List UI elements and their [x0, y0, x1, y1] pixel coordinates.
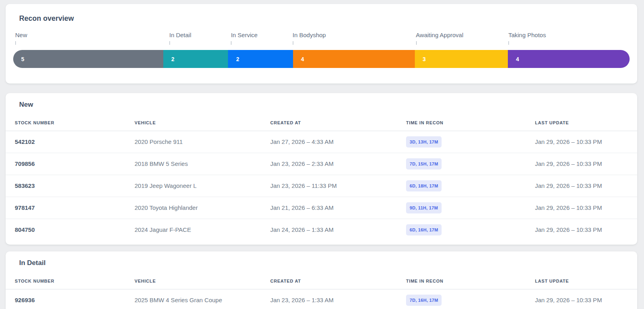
bar-segment-taking-photos[interactable]: 4	[508, 50, 630, 68]
table-row[interactable]: 542102 2020 Porsche 911 Jan 27, 2026 – 4…	[6, 131, 637, 153]
bar-segment-in-bodyshop[interactable]: 4	[293, 50, 415, 68]
stage-tick	[231, 41, 232, 45]
vehicle-cell: 2024 Jaguar F-PACE	[135, 219, 270, 241]
new-vehicles-table: STOCK NUMBER VEHICLE CREATED AT TIME IN …	[6, 117, 637, 241]
stage-label-group-new: New	[13, 31, 167, 45]
recon-overview-card: Recon overview New In Detail In Service …	[6, 4, 637, 84]
stage-label: Awaiting Approval	[416, 31, 507, 39]
column-header-created-at: CREATED AT	[270, 275, 406, 289]
stock-number-cell: 926936	[6, 289, 135, 309]
stage-label-group-in-bodyshop: In Bodyshop	[291, 31, 414, 45]
recon-pipeline-bar: 5 2 2 4 3 4	[13, 50, 630, 68]
bar-segment-in-service[interactable]: 2	[228, 50, 293, 68]
segment-count: 2	[171, 56, 174, 62]
last-update-cell: Jan 29, 2026 – 10:33 PM	[535, 153, 637, 175]
segment-count: 5	[21, 56, 24, 62]
stock-number-cell: 709856	[6, 153, 135, 175]
bar-segment-new[interactable]: 5	[13, 50, 163, 68]
created-at-cell: Jan 27, 2026 – 4:33 AM	[270, 131, 406, 153]
time-in-recon-badge: 9D, 11H, 17M	[406, 202, 442, 213]
created-at-cell: Jan 21, 2026 – 6:33 AM	[270, 197, 406, 219]
table-row[interactable]: 709856 2018 BMW 5 Series Jan 23, 2026 – …	[6, 153, 637, 175]
recon-dashboard-page: Recon overview New In Detail In Service …	[0, 4, 644, 309]
table-row[interactable]: 583623 2019 Jeep Wagoneer L Jan 23, 2026…	[6, 175, 637, 197]
created-at-cell: Jan 23, 2026 – 2:33 AM	[270, 153, 406, 175]
time-in-recon-cell: 6D, 16H, 17M	[406, 219, 535, 241]
vehicle-cell: 2020 Porsche 911	[135, 131, 270, 153]
stage-label: In Detail	[169, 31, 229, 39]
time-in-recon-cell: 9D, 11H, 17M	[406, 197, 535, 219]
column-header-time-in-recon: TIME IN RECON	[406, 275, 535, 289]
stage-label-group-taking-photos: Taking Photos	[506, 31, 630, 45]
stage-label-group-in-service: In Service	[229, 31, 290, 45]
segment-count: 2	[236, 56, 239, 62]
stock-number-cell: 583623	[6, 175, 135, 197]
stage-labels-row: New In Detail In Service In Bodyshop Awa…	[13, 31, 630, 45]
stage-label: New	[15, 31, 167, 39]
last-update-cell: Jan 29, 2026 – 10:33 PM	[535, 131, 637, 153]
time-in-recon-badge: 7D, 15H, 17M	[406, 158, 442, 169]
time-in-recon-badge: 6D, 18H, 17M	[406, 180, 442, 191]
in-detail-section-card: In Detail STOCK NUMBER VEHICLE CREATED A…	[6, 251, 637, 309]
bar-segment-awaiting-approval[interactable]: 3	[415, 50, 508, 68]
stage-tick	[416, 41, 417, 45]
table-header-row: STOCK NUMBER VEHICLE CREATED AT TIME IN …	[6, 117, 637, 131]
last-update-cell: Jan 29, 2026 – 10:33 PM	[535, 197, 637, 219]
table-header-row: STOCK NUMBER VEHICLE CREATED AT TIME IN …	[6, 275, 637, 289]
column-header-created-at: CREATED AT	[270, 117, 406, 131]
table-row[interactable]: 804750 2024 Jaguar F-PACE Jan 24, 2026 –…	[6, 219, 637, 241]
column-header-stock-number: STOCK NUMBER	[6, 275, 135, 289]
section-title: New	[6, 93, 637, 109]
last-update-cell: Jan 29, 2026 – 10:33 PM	[535, 219, 637, 241]
stage-label: In Bodyshop	[293, 31, 414, 39]
new-section-card: New STOCK NUMBER VEHICLE CREATED AT TIME…	[6, 93, 637, 245]
time-in-recon-badge: 3D, 13H, 17M	[406, 136, 442, 148]
column-header-vehicle: VEHICLE	[135, 117, 270, 131]
column-header-last-update: LAST UPDATE	[535, 117, 637, 131]
last-update-cell: Jan 29, 2026 – 10:33 PM	[535, 289, 637, 309]
time-in-recon-badge: 7D, 16H, 17M	[406, 295, 442, 306]
created-at-cell: Jan 24, 2026 – 1:33 AM	[270, 219, 406, 241]
segment-count: 4	[301, 56, 304, 62]
stock-number-cell: 804750	[6, 219, 135, 241]
in-detail-vehicles-table: STOCK NUMBER VEHICLE CREATED AT TIME IN …	[6, 275, 637, 309]
column-header-last-update: LAST UPDATE	[535, 275, 637, 289]
time-in-recon-cell: 6D, 18H, 17M	[406, 175, 535, 197]
column-header-vehicle: VEHICLE	[135, 275, 270, 289]
vehicle-cell: 2019 Jeep Wagoneer L	[135, 175, 270, 197]
bar-segment-in-detail[interactable]: 2	[163, 50, 228, 68]
time-in-recon-cell: 3D, 13H, 17M	[406, 131, 535, 153]
last-update-cell: Jan 29, 2026 – 10:33 PM	[535, 175, 637, 197]
stock-number-cell: 542102	[6, 131, 135, 153]
column-header-time-in-recon: TIME IN RECON	[406, 117, 535, 131]
vehicle-cell: 2025 BMW 4 Series Gran Coupe	[135, 289, 270, 309]
time-in-recon-cell: 7D, 16H, 17M	[406, 289, 535, 309]
table-row[interactable]: 978147 2020 Toyota Highlander Jan 21, 20…	[6, 197, 637, 219]
created-at-cell: Jan 23, 2026 – 11:33 PM	[270, 175, 406, 197]
column-header-stock-number: STOCK NUMBER	[6, 117, 135, 131]
time-in-recon-cell: 7D, 15H, 17M	[406, 153, 535, 175]
stage-tick	[508, 41, 509, 45]
stock-number-cell: 978147	[6, 197, 135, 219]
vehicle-cell: 2020 Toyota Highlander	[135, 197, 270, 219]
segment-count: 4	[516, 56, 519, 62]
vehicle-cell: 2018 BMW 5 Series	[135, 153, 270, 175]
stage-label: In Service	[231, 31, 290, 39]
stage-label: Taking Photos	[508, 31, 630, 39]
stage-tick	[169, 41, 170, 45]
overview-title: Recon overview	[19, 14, 637, 23]
stage-tick	[15, 41, 16, 45]
table-row[interactable]: 926936 2025 BMW 4 Series Gran Coupe Jan …	[6, 289, 637, 309]
segment-count: 3	[423, 56, 426, 62]
time-in-recon-badge: 6D, 16H, 17M	[406, 224, 442, 235]
created-at-cell: Jan 23, 2026 – 1:33 AM	[270, 289, 406, 309]
section-title: In Detail	[6, 251, 637, 267]
stage-label-group-awaiting-approval: Awaiting Approval	[414, 31, 507, 45]
stage-tick	[293, 41, 293, 45]
stage-label-group-in-detail: In Detail	[167, 31, 229, 45]
